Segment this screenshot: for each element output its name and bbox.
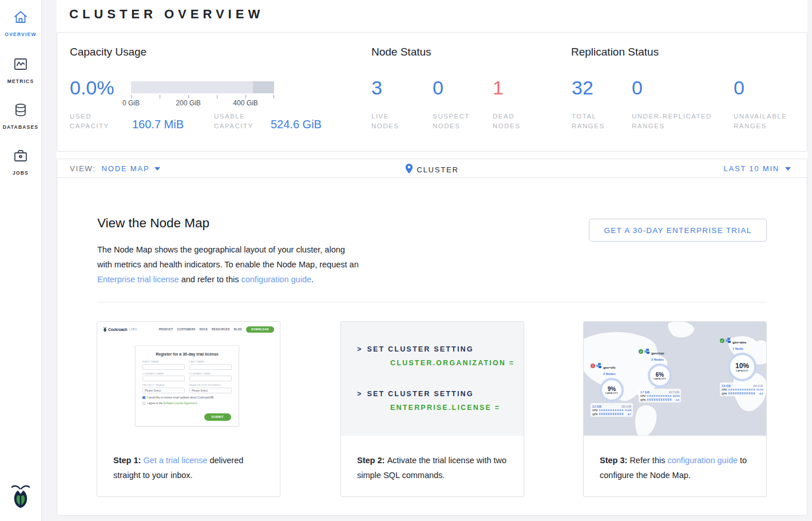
node-cube-icon xyxy=(596,363,602,369)
time-range-dropdown[interactable]: LAST 10 MIN xyxy=(723,164,791,173)
node-cube-icon xyxy=(726,338,731,344)
cockroachdb-logo xyxy=(10,483,31,512)
node-cube-icon xyxy=(644,349,650,354)
chevron-down-icon xyxy=(785,167,791,171)
node-map-heading: View the Node Map xyxy=(97,216,209,231)
breadcrumb-cluster: CLUSTER xyxy=(405,164,458,175)
capacity-usage-heading: Capacity Usage xyxy=(70,46,146,58)
view-selector-dropdown[interactable]: NODE MAP xyxy=(102,164,161,173)
mini-site-nav: PRODUCTCUSTOMERSDOCSRESOURCESBLOG xyxy=(159,328,243,331)
trial-registration-form: Register for a 30-day trial license FIRS… xyxy=(135,345,239,427)
section-divider xyxy=(97,302,767,302)
usable-capacity-label: USABLE CAPACITY xyxy=(214,112,253,131)
total-ranges-label: TOTALRANGES xyxy=(572,112,605,131)
chevron-down-icon xyxy=(155,167,160,171)
checkbox-unchecked-icon xyxy=(142,402,145,405)
sidebar-item-jobs[interactable]: JOBS xyxy=(0,148,41,176)
sql-code-snippet: >SET CLUSTER SETTING CLUSTER.ORGANIZATIO… xyxy=(341,322,524,436)
cockroach-labs-mini-logo: CockroachLABS xyxy=(103,327,137,332)
sidebar-item-label: DATABASES xyxy=(3,124,38,130)
error-badge-icon: ! xyxy=(591,364,595,368)
sidebar-item-label: METRICS xyxy=(7,78,34,84)
mini-select: Please Select xyxy=(142,388,185,393)
node-map-body: View the Node Map The Node Map shows the… xyxy=(57,178,807,515)
step2-caption: Step 2: Activate the trial license with … xyxy=(357,453,510,483)
main-content: CLUSTER OVERVIEW Capacity Usage 0.0% 0 G… xyxy=(57,0,807,515)
step1-card: CockroachLABS PRODUCTCUSTOMERSDOCSRESOUR… xyxy=(97,321,280,497)
total-ranges-count: 32 xyxy=(572,77,593,99)
mini-checkbox-license-agreement: I agree to the Software License Agreemen… xyxy=(142,402,232,405)
mini-input xyxy=(189,376,232,381)
ok-badge-icon: ✓ xyxy=(720,338,724,343)
live-nodes-count: 3 xyxy=(371,77,382,99)
view-bar: VIEW: NODE MAP CLUSTER LAST 10 MIN xyxy=(57,159,807,178)
node-map-panel: VIEW: NODE MAP CLUSTER LAST 10 MIN xyxy=(57,159,807,516)
map-cluster-sfo: ! geo=sfo2 Nodes 9%CAPACITY 3.2 GiB331 G… xyxy=(591,363,633,417)
suspect-nodes-count: 0 xyxy=(433,77,443,99)
step3-caption: Step 3: Refer this configuration guide t… xyxy=(600,453,752,483)
metrics-icon xyxy=(13,56,29,74)
mini-input xyxy=(142,376,185,381)
checkbox-checked-icon: ✓ xyxy=(142,396,145,399)
step3-card: ! geo=sfo2 Nodes 9%CAPACITY 3.2 GiB331 G… xyxy=(583,321,767,497)
capacity-gauge xyxy=(131,81,274,93)
mini-input xyxy=(142,364,185,370)
suspect-nodes-label: SUSPECTNODES xyxy=(433,112,470,131)
usable-capacity-value: 524.6 GiB xyxy=(271,118,322,131)
capacity-gauge-tick-labels: 0 GiB 200 GiB 400 GiB xyxy=(131,99,274,107)
view-label: VIEW: xyxy=(70,164,96,173)
configuration-guide-link[interactable]: configuration guide xyxy=(241,275,311,284)
form-title: Register for a 30-day trial license xyxy=(136,352,239,356)
sidebar-item-metrics[interactable]: METRICS xyxy=(0,56,41,84)
mini-input xyxy=(189,364,232,370)
ok-badge-icon: ✓ xyxy=(639,349,643,354)
dead-nodes-label: DEADNODES xyxy=(493,112,520,131)
registration-site-thumbnail: CockroachLABS PRODUCTCUSTOMERSDOCSRESOUR… xyxy=(97,322,280,447)
sidebar-item-overview[interactable]: OVERVIEW xyxy=(0,9,41,37)
mini-select: Please Select xyxy=(189,388,232,393)
replication-status-heading: Replication Status xyxy=(571,46,659,58)
capacity-used-percent: 0.0% xyxy=(70,77,114,99)
step2-card: >SET CLUSTER SETTING CLUSTER.ORGANIZATIO… xyxy=(340,321,524,497)
map-pin-icon xyxy=(405,164,413,175)
sidebar-item-databases[interactable]: DATABASES xyxy=(0,102,41,130)
mini-download-button: DOWNLOAD xyxy=(246,326,274,333)
under-replicated-ranges-label: UNDER-REPLICATEDRANGES xyxy=(632,112,712,131)
enterprise-trial-license-link[interactable]: Enterprise trial license xyxy=(97,275,179,284)
under-replicated-ranges-count: 0 xyxy=(632,77,643,99)
dead-nodes-count: 1 xyxy=(493,77,504,99)
node-map-preview-image: ! geo=sfo2 Nodes 9%CAPACITY 3.2 GiB331 G… xyxy=(584,322,766,436)
unavailable-ranges-label: UNAVAILABLERANGES xyxy=(734,112,787,131)
databases-icon xyxy=(13,102,29,120)
node-map-description: The Node Map shows the geographical layo… xyxy=(97,242,362,287)
live-nodes-label: LIVENODES xyxy=(371,112,399,131)
used-capacity-label: USED CAPACITY xyxy=(70,112,109,131)
cluster-summary-panel: Capacity Usage 0.0% 0 GiB 200 GiB 400 Gi… xyxy=(57,32,807,152)
enterprise-trial-button[interactable]: GET A 30-DAY ENTERPRISE TRIAL xyxy=(589,219,767,242)
step1-caption: Step 1: Get a trial license delivered st… xyxy=(113,453,266,483)
capacity-gauge-overflow-segment xyxy=(253,81,274,93)
sidebar-item-label: JOBS xyxy=(13,170,29,176)
sidebar: OVERVIEW METRICS DATABASES xyxy=(0,0,42,521)
configuration-guide-link[interactable]: configuration guide xyxy=(667,456,738,465)
used-capacity-value: 160.7 MiB xyxy=(132,118,184,131)
capacity-gauge-ticks xyxy=(131,95,274,98)
map-cluster-nyc: ✓ geo=nyc2 Nodes 6%CAPACITY 3.7 GiB43.7 … xyxy=(639,349,681,402)
page-title: CLUSTER OVERVIEW xyxy=(69,7,264,22)
map-cluster-ams: ✓ geo=ams1 Node 10%CAPACITY 3.6 GiB364 G… xyxy=(720,338,765,396)
mini-checkbox-email-updates: ✓ I would like to receive email updates … xyxy=(142,396,232,399)
home-icon xyxy=(13,9,29,27)
unavailable-ranges-count: 0 xyxy=(734,77,744,99)
get-trial-license-link[interactable]: Get a trial license xyxy=(143,456,207,465)
node-status-heading: Node Status xyxy=(371,46,431,58)
mini-submit-button: SUBMIT xyxy=(204,413,231,421)
briefcase-icon xyxy=(13,148,29,166)
sidebar-item-label: OVERVIEW xyxy=(5,31,36,37)
